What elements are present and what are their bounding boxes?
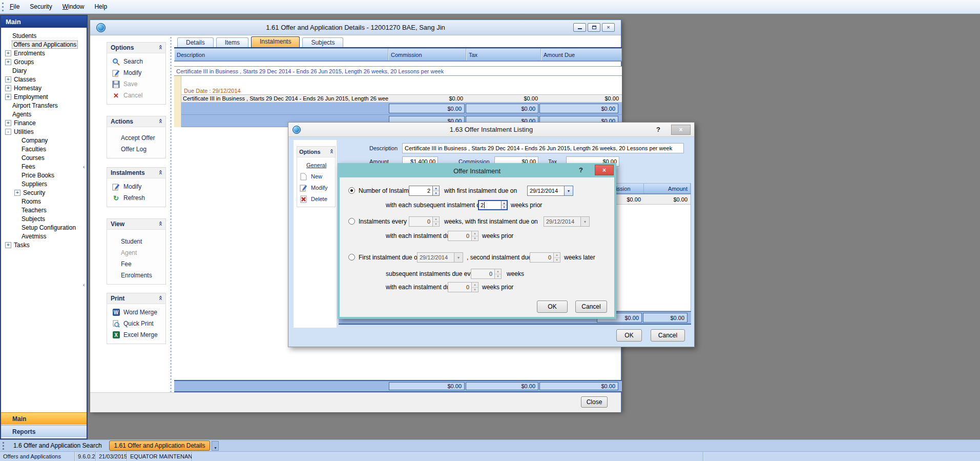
collapse-icon[interactable]: - — [5, 129, 11, 135]
listing-delete[interactable]: Delete — [297, 193, 335, 205]
panel-splitter[interactable] — [170, 37, 174, 392]
print-quick-print[interactable]: Quick Print — [107, 318, 165, 329]
sidebar-item-agents[interactable]: Agents — [1, 110, 87, 118]
close-window-button[interactable]: Close — [581, 396, 608, 408]
help-button[interactable]: ? — [656, 126, 660, 133]
restore-button[interactable] — [588, 23, 600, 32]
first-due-date-combo[interactable]: 29/12/2014 ▼ — [527, 186, 573, 196]
help-button[interactable]: ? — [579, 166, 583, 174]
tab-details[interactable]: Details — [177, 37, 214, 47]
sidebar-item-fees[interactable]: Fees — [1, 162, 87, 171]
actions-offer-log[interactable]: Offer Log — [107, 144, 165, 155]
expand-icon[interactable]: + — [5, 120, 11, 126]
sidebar-item-students[interactable]: Students — [1, 31, 87, 40]
cancel-button[interactable]: Cancel — [575, 300, 607, 313]
panel-print-header[interactable]: Print^^ — [107, 293, 165, 304]
sidebar-item-avetmiss[interactable]: Avetmiss — [1, 232, 87, 240]
dialog-close-button[interactable]: × — [671, 125, 691, 135]
sidebar-item-homestay[interactable]: +Homestay — [1, 84, 87, 92]
sidebar-item-diary[interactable]: Diary — [1, 66, 87, 75]
col-commission[interactable]: Commission — [388, 49, 466, 61]
actions-accept-offer[interactable]: Accept Offer — [107, 132, 165, 144]
dialog-panel-options-header[interactable]: Options^^ — [297, 147, 335, 157]
ok-button[interactable]: OK — [537, 300, 568, 313]
options-modify[interactable]: Modify — [107, 67, 165, 78]
sidebar-item-security[interactable]: +Security — [1, 188, 87, 197]
options-search[interactable]: Search — [107, 56, 165, 67]
expand-icon[interactable]: + — [5, 50, 11, 56]
nav-bar-main[interactable]: Main — [1, 412, 87, 425]
tab-subjects[interactable]: Subjects — [302, 37, 343, 47]
view-enrolments[interactable]: Enrolments — [107, 270, 165, 281]
sidebar-item-suppliers[interactable]: Suppliers — [1, 179, 87, 188]
sidebar-item-rooms[interactable]: Rooms — [1, 197, 87, 206]
ok-button[interactable]: OK — [616, 329, 642, 342]
tab-items[interactable]: Items — [216, 37, 248, 47]
splitter-collapse-icon[interactable]: ‹ — [83, 282, 88, 288]
nav-bar-reports[interactable]: Reports — [1, 425, 87, 437]
panel-view-header[interactable]: View^^ — [107, 219, 165, 230]
sidebar-item-courses[interactable]: Courses — [1, 153, 87, 162]
task-tab-offer-search[interactable]: 1.6 Offer and Application Search — [9, 442, 106, 449]
listing-new[interactable]: New — [297, 171, 335, 182]
instalment-row[interactable]: Certificate III in Business , Starts 29 … — [181, 94, 622, 103]
minimize-button[interactable] — [573, 23, 586, 32]
menu-file[interactable]: File — [5, 2, 25, 12]
instalment-count-spinner[interactable]: 2 ▲▼ — [409, 186, 440, 196]
sidebar-item-utilities[interactable]: -Utilities — [1, 127, 87, 136]
sidebar-item-finance[interactable]: +Finance — [1, 118, 87, 127]
radio-number-of-instalments[interactable] — [348, 187, 355, 194]
spinner-arrows-icon[interactable]: ▲▼ — [433, 186, 440, 196]
panel-instalments-header[interactable]: Instalments^^ — [107, 168, 165, 178]
sidebar-item-offers-and-applications[interactable]: Offers and Applications — [1, 40, 87, 49]
taskbar-overflow-icon[interactable]: ▾ — [212, 441, 219, 451]
radio-instalments-every[interactable] — [348, 218, 355, 225]
expand-icon[interactable]: + — [5, 94, 11, 100]
col-amount[interactable]: Amount — [644, 184, 691, 193]
splitter-collapse-icon[interactable]: ‹ — [83, 164, 88, 170]
instalments-modify[interactable]: Modify — [107, 181, 165, 192]
tab-instalments[interactable]: Instalments — [251, 36, 300, 47]
description-field[interactable]: Certificate III in Business , Starts 29 … — [402, 143, 684, 153]
modal-close-button[interactable]: × — [595, 165, 614, 175]
view-student[interactable]: Student — [107, 236, 165, 247]
sidebar-item-enrolments[interactable]: +Enrolments — [1, 49, 87, 57]
sidebar-item-faculties[interactable]: Faculties — [1, 145, 87, 153]
panel-options-header[interactable]: Options^^ — [107, 43, 165, 53]
menu-help[interactable]: Help — [89, 2, 112, 12]
sidebar-item-groups[interactable]: +Groups — [1, 57, 87, 66]
expand-icon[interactable]: + — [14, 190, 20, 196]
menu-window[interactable]: Window — [57, 2, 90, 12]
listing-modify[interactable]: Modify — [297, 182, 335, 193]
instalments-refresh[interactable]: ↻Refresh — [107, 192, 165, 204]
close-button[interactable]: × — [602, 23, 615, 32]
expand-icon[interactable]: + — [5, 242, 11, 248]
sidebar-item-tasks[interactable]: +Tasks — [1, 240, 87, 249]
task-tab-offer-details[interactable]: 1.61 Offer and Application Details — [109, 440, 211, 451]
sidebar-item-classes[interactable]: +Classes — [1, 75, 87, 84]
print-excel-merge[interactable]: XExcel Merge — [107, 329, 165, 340]
sidebar-item-teachers[interactable]: Teachers — [1, 206, 87, 214]
expand-icon[interactable]: + — [5, 85, 11, 91]
sidebar-item-price-books[interactable]: Price Books — [1, 171, 87, 179]
col-tax[interactable]: Tax — [466, 49, 541, 61]
menu-security[interactable]: Security — [25, 2, 57, 12]
print-word-merge[interactable]: WWord Merge — [107, 307, 165, 318]
panel-actions-header[interactable]: Actions^^ — [107, 116, 165, 127]
listing-general-link[interactable]: General — [297, 159, 335, 171]
expand-icon[interactable]: + — [5, 59, 11, 65]
dropdown-arrow-icon[interactable]: ▼ — [564, 186, 573, 196]
sidebar-item-setup-configuration[interactable]: Setup Configuration — [1, 223, 87, 232]
sidebar-item-employment[interactable]: +Employment — [1, 92, 87, 101]
subsequent-weeks-input[interactable]: 2 ▲▼ — [478, 200, 508, 210]
sidebar-item-subjects[interactable]: Subjects — [1, 214, 87, 223]
col-description[interactable]: Description — [174, 49, 388, 61]
expand-icon[interactable]: + — [5, 76, 11, 83]
view-fee[interactable]: Fee — [107, 258, 165, 270]
sidebar-item-airport-transfers[interactable]: Airport Transfers — [1, 101, 87, 110]
cancel-button[interactable]: Cancel — [651, 329, 685, 342]
spinner-arrows-icon[interactable]: ▲▼ — [501, 200, 508, 210]
col-amount-due[interactable]: Amount Due — [541, 49, 622, 61]
radio-first-instalment-due[interactable] — [348, 254, 355, 260]
sidebar-item-company[interactable]: Company — [1, 136, 87, 145]
